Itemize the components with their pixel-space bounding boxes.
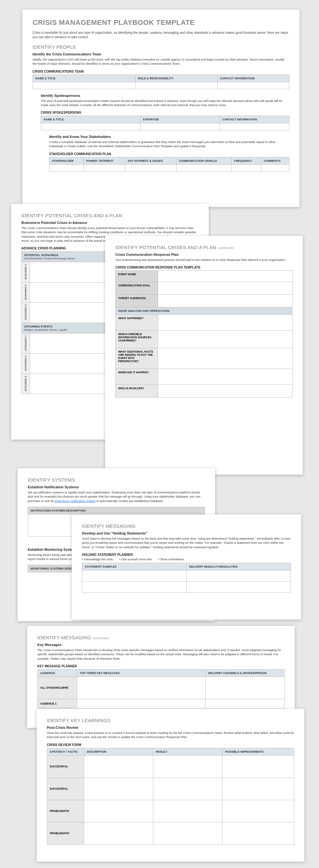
- table-spokespersons: NAME & TITLE EXPERTISE CONTACT INFORMATI…: [41, 116, 289, 130]
- th-channels: DELIVERY CHANNELS & SPOKESPERSON: [206, 669, 285, 677]
- sub-post-crisis: Post-Crisis Review: [47, 725, 294, 730]
- page-3: IDENTIFY POTENTIAL CRISES AND A PLAN con…: [105, 236, 303, 475]
- sub-spokespersons: Identify Spokespersons: [41, 94, 289, 97]
- table-crisis-review: STRATEGY / TACTIC DESCRIPTION RESULT POS…: [47, 748, 294, 845]
- p-crisis-team: Ideally, the organization's CEO will hea…: [32, 57, 289, 66]
- table-response-plan: EVENT NAME COMMUNICATION GOAL TARGET AUD…: [115, 271, 293, 398]
- sub-brainstorm: Brainstorm Potential Crises in Advance: [21, 221, 199, 224]
- page-1: CRISIS MANAGEMENT PLAYBOOK TEMPLATE Cris…: [22, 9, 299, 207]
- cell-empty[interactable]: [218, 82, 289, 89]
- cell-empty[interactable]: [158, 331, 293, 348]
- f-when: WHEN DID IT HAPPEN?: [116, 369, 158, 385]
- table-holding: STATEMENT SAMPLES DELIVERY MODALITY/MODA…: [82, 563, 291, 593]
- cell-empty[interactable]: [206, 677, 285, 699]
- cell-empty[interactable]: [77, 677, 206, 699]
- cell-empty[interactable]: [33, 82, 136, 89]
- cell-empty[interactable]: [158, 282, 293, 294]
- row-successful: SUCCESSFUL: [47, 778, 84, 800]
- scenario-2-label: SCENARIO 2: [22, 353, 30, 374]
- tbl-title-holding: HOLDING STATEMENT PLANNER: [82, 553, 291, 556]
- row-audience-1: AUDIENCE 1: [38, 699, 77, 708]
- holding-bullets: • Acknowledge the crisis.• Give yourself…: [82, 558, 291, 561]
- tbl-title-response: CRISIS COMMUNICATION RESPONSE PLAN TEMPL…: [115, 266, 293, 269]
- cell-empty[interactable]: [158, 294, 293, 307]
- cell-empty[interactable]: [261, 164, 289, 172]
- row-problematic: PROBLEMATIC: [47, 800, 84, 822]
- cell-empty[interactable]: [158, 385, 293, 398]
- table-stakeholders: STAKEHOLDER POWER / INTEREST KEY INTERES…: [49, 157, 289, 172]
- cell-empty[interactable]: [153, 822, 223, 844]
- scenario-2-label: SCENARIO 2: [22, 282, 30, 302]
- cell-empty[interactable]: [41, 123, 141, 130]
- sub-key-messages: Key Messages: [37, 643, 285, 647]
- table-key-messages: AUDIENCE TOP THREE KEY MESSAGES DELIVERY…: [37, 669, 285, 709]
- cell-empty[interactable]: [223, 800, 294, 822]
- cell-empty[interactable]: [153, 778, 223, 800]
- cell-empty[interactable]: [84, 778, 153, 800]
- cell-empty[interactable]: [84, 822, 153, 844]
- cell-empty[interactable]: [136, 82, 218, 89]
- cell-empty[interactable]: [140, 123, 220, 130]
- sub-crisis-team: Identify the Crisis Communications Team: [32, 52, 289, 56]
- cell-empty[interactable]: [125, 164, 177, 172]
- tbl-title-team: CRISIS COMMUNICATIONS TEAM: [32, 70, 289, 73]
- tbl-title-stakeholders: STAKEHOLDER COMMUNICATION PLAN: [49, 152, 289, 156]
- section-potential-crises-cont: IDENTIFY POTENTIAL CRISES AND A PLAN con…: [115, 245, 293, 250]
- section-potential-crises: IDENTIFY POTENTIAL CRISES AND A PLAN: [21, 213, 199, 218]
- cell-empty[interactable]: [84, 164, 125, 172]
- th-name: NAME & TITLE: [41, 116, 141, 123]
- intro-text: Crisis is inevitable for just about any …: [32, 31, 289, 39]
- f-comm-goal: COMMUNICATION GOAL: [116, 282, 158, 294]
- section-identify-messaging: IDENTIFY MESSAGING: [82, 523, 291, 529]
- cell-empty[interactable]: [223, 822, 294, 844]
- th-contact: CONTACT INFORMATION: [220, 116, 289, 123]
- th-contact: CONTACT INFORMATION: [218, 74, 289, 82]
- cell-empty[interactable]: [49, 164, 84, 172]
- row-successful: SUCCESSFUL: [47, 755, 84, 778]
- cell-empty[interactable]: [206, 699, 285, 708]
- cell-empty[interactable]: [158, 271, 293, 282]
- cell-empty[interactable]: [176, 164, 231, 172]
- section-identify-people: IDENTIFY PEOPLE: [32, 44, 289, 50]
- tbl-title-keymsg: KEY MESSAGE PLANNER: [37, 664, 285, 668]
- link-notification-system[interactable]: emergency notification system: [55, 499, 96, 503]
- th-frequency: FREQUENCY: [231, 157, 261, 164]
- cell-empty[interactable]: [158, 369, 293, 385]
- cell-empty[interactable]: [223, 755, 294, 778]
- th-improvements: POSSIBLE IMPROVEMENTS: [223, 748, 294, 755]
- p-response-plan: Your brainstorming and assessment proces…: [115, 258, 293, 262]
- th-power: POWER / INTEREST: [84, 157, 125, 164]
- cell-empty[interactable]: [84, 755, 153, 778]
- f-sources: WHICH CREDIBLE INFORMATION SOURCES CONFI…: [116, 331, 158, 348]
- cell-empty[interactable]: [77, 699, 206, 708]
- th-result: RESULT: [153, 748, 223, 755]
- cell-empty[interactable]: [186, 570, 291, 581]
- p-holding: You'll need to develop full messages bas…: [82, 536, 291, 549]
- scenario-1-label: SCENARIO 1: [22, 262, 30, 282]
- cell-empty[interactable]: [153, 755, 223, 778]
- cell-empty[interactable]: [153, 800, 223, 822]
- cell-empty[interactable]: [82, 570, 187, 581]
- th-expertise: EXPERTISE: [140, 116, 220, 123]
- cell-empty[interactable]: [186, 581, 291, 592]
- p-stakeholders: Create a complete database of internal a…: [49, 140, 289, 149]
- sub-notification: Establish Notification Systems: [28, 485, 205, 489]
- cell-empty[interactable]: [158, 315, 293, 331]
- f-event-name: EVENT NAME: [116, 271, 158, 282]
- cell-empty[interactable]: [84, 800, 153, 822]
- th-messages: TOP THREE KEY MESSAGES: [77, 669, 206, 677]
- cell-empty[interactable]: [158, 348, 293, 369]
- th-description: DESCRIPTION: [84, 748, 153, 755]
- cell-empty[interactable]: [231, 164, 261, 172]
- sub-response-plan: Crisis Communication Response Plan: [115, 253, 293, 256]
- p-spokespersons: The pool of potential spokespersons/subj…: [41, 99, 289, 107]
- cell-empty[interactable]: [82, 581, 187, 592]
- f-additional-facts: WHAT ADDITIONAL FACTS ARE NEEDED TO PUT …: [116, 348, 158, 369]
- cell-empty[interactable]: [220, 123, 289, 130]
- p-key-messages: The Crisis Communications Team should ai…: [37, 648, 285, 661]
- th-name: NAME & TITLE: [33, 74, 136, 82]
- cell-empty[interactable]: [223, 778, 294, 800]
- table-crisis-team: NAME & TITLE ROLE & RESPONSIBILITY CONTA…: [32, 74, 289, 89]
- row-problematic: PROBLEMATIC: [47, 822, 84, 844]
- f-who: WHO IS INVOLVED?: [116, 385, 158, 398]
